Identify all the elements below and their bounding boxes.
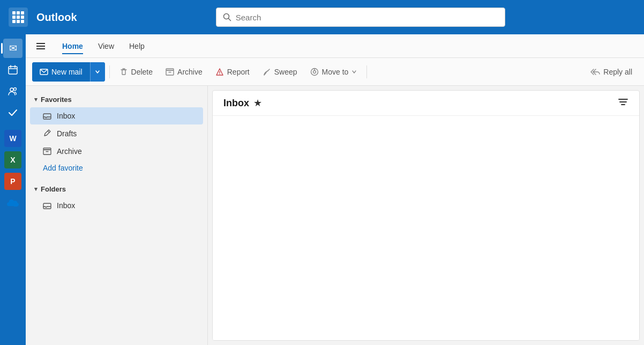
svg-rect-28 bbox=[43, 203, 51, 209]
icon-rail: ✉ W bbox=[0, 34, 26, 345]
main-layout: ✉ W bbox=[0, 34, 644, 345]
svg-point-19 bbox=[219, 74, 220, 75]
report-button[interactable]: Report bbox=[210, 62, 255, 82]
sidebar-inbox-label: Inbox bbox=[57, 112, 75, 120]
toolbar-separator-1 bbox=[109, 65, 110, 78]
svg-line-24 bbox=[48, 131, 49, 133]
favorites-chevron-icon: ▾ bbox=[34, 96, 38, 103]
search-input[interactable] bbox=[236, 13, 498, 22]
sidebar-item-inbox-favorites[interactable]: Inbox bbox=[30, 107, 203, 124]
svg-line-1 bbox=[228, 19, 230, 21]
sidebar-item-word[interactable]: W bbox=[3, 129, 23, 148]
sidebar-item-drafts[interactable]: Drafts bbox=[30, 125, 203, 142]
sidebar-item-powerpoint[interactable]: P bbox=[3, 172, 23, 191]
svg-rect-15 bbox=[166, 70, 174, 75]
sidebar-item-onedrive[interactable] bbox=[3, 193, 23, 212]
toolbar: New mail Delete bbox=[26, 58, 644, 86]
app-launcher-icon bbox=[12, 11, 24, 23]
word-app-icon: W bbox=[4, 130, 21, 147]
folders-label: Folders bbox=[41, 185, 66, 193]
search-icon bbox=[223, 13, 231, 21]
archive-label: Archive bbox=[177, 68, 203, 76]
sidebar-item-excel[interactable]: X bbox=[3, 150, 23, 170]
inbox-title: Inbox bbox=[223, 98, 249, 109]
new-mail-main-button[interactable]: New mail bbox=[32, 62, 90, 82]
svg-point-7 bbox=[14, 88, 17, 91]
svg-rect-2 bbox=[9, 67, 17, 74]
svg-rect-26 bbox=[43, 148, 51, 150]
new-mail-button[interactable]: New mail bbox=[32, 62, 105, 82]
ppt-app-icon: P bbox=[4, 173, 21, 190]
sidebar-item-tasks[interactable] bbox=[3, 103, 23, 122]
move-to-label: Move to bbox=[322, 68, 349, 76]
nav-tab-help[interactable]: Help bbox=[123, 39, 151, 54]
favorites-section-header[interactable]: ▾ Favorites bbox=[30, 92, 203, 107]
folders-section-header[interactable]: ▾ Folders bbox=[30, 182, 203, 196]
sidebar-item-inbox-folders[interactable]: Inbox bbox=[30, 197, 203, 214]
inbox-star-icon[interactable]: ★ bbox=[253, 97, 262, 109]
archive-icon bbox=[166, 68, 174, 76]
sidebar-inbox2-label: Inbox bbox=[57, 201, 75, 210]
reply-all-button[interactable]: Reply all bbox=[585, 62, 638, 82]
sweep-icon bbox=[263, 68, 271, 76]
top-bar: Outlook bbox=[0, 0, 644, 34]
delete-label: Delete bbox=[131, 68, 153, 76]
sidebar-add-favorite[interactable]: Add favorite bbox=[30, 160, 203, 175]
delete-button[interactable]: Delete bbox=[114, 62, 158, 82]
sidebar-item-archive[interactable]: Archive bbox=[30, 143, 203, 160]
nav-bar: Home View Help bbox=[26, 34, 644, 58]
sidebar-item-calendar[interactable] bbox=[3, 60, 23, 79]
main-pane-body bbox=[213, 116, 639, 340]
reply-all-icon bbox=[590, 68, 600, 76]
new-mail-icon bbox=[40, 68, 48, 76]
reply-all-label: Reply all bbox=[603, 68, 632, 76]
svg-rect-23 bbox=[43, 114, 51, 119]
sidebar-archive-label: Archive bbox=[57, 147, 82, 156]
hamburger-menu-button[interactable] bbox=[32, 38, 49, 55]
sweep-button[interactable]: Sweep bbox=[257, 62, 303, 82]
report-icon bbox=[215, 68, 224, 76]
app-title: Outlook bbox=[36, 11, 77, 24]
move-to-chevron-icon bbox=[351, 69, 357, 75]
sidebar: ▾ Favorites Inbox Drafts bbox=[26, 86, 208, 345]
inbox-folders-icon bbox=[43, 201, 51, 210]
sidebar-item-people[interactable] bbox=[3, 82, 23, 101]
svg-point-6 bbox=[10, 88, 13, 91]
inbox-title-area: Inbox ★ bbox=[223, 97, 262, 109]
content-area: Home View Help New mail bbox=[26, 34, 644, 345]
delete-icon bbox=[119, 68, 128, 76]
move-to-icon bbox=[310, 68, 319, 76]
main-pane: Inbox ★ bbox=[212, 90, 640, 341]
nav-tab-home[interactable]: Home bbox=[56, 39, 89, 54]
app-launcher-button[interactable] bbox=[9, 8, 28, 27]
main-pane-header: Inbox ★ bbox=[213, 91, 639, 116]
filter-icon[interactable] bbox=[618, 98, 628, 109]
sweep-label: Sweep bbox=[274, 68, 297, 76]
new-mail-label: New mail bbox=[51, 68, 83, 76]
favorites-label: Favorites bbox=[41, 96, 72, 104]
drafts-icon bbox=[43, 129, 51, 138]
move-to-button[interactable]: Move to bbox=[305, 62, 363, 82]
sidebar-item-mail[interactable]: ✉ bbox=[3, 39, 23, 58]
archive-button[interactable]: Archive bbox=[160, 62, 208, 82]
svg-rect-25 bbox=[43, 150, 51, 155]
inbox-icon bbox=[43, 112, 51, 120]
svg-rect-12 bbox=[122, 70, 125, 75]
nav-tab-view[interactable]: View bbox=[92, 39, 121, 54]
excel-app-icon: X bbox=[4, 151, 21, 168]
toolbar-separator-2 bbox=[366, 65, 367, 78]
folders-chevron-icon: ▾ bbox=[34, 186, 38, 193]
lower-area: ▾ Favorites Inbox Drafts bbox=[26, 86, 644, 345]
chevron-down-icon bbox=[95, 69, 100, 75]
report-label: Report bbox=[227, 68, 250, 76]
svg-rect-16 bbox=[166, 69, 174, 70]
search-bar bbox=[216, 8, 505, 27]
sidebar-drafts-label: Drafts bbox=[57, 129, 77, 138]
archive-sidebar-icon bbox=[43, 147, 51, 156]
new-mail-dropdown-button[interactable] bbox=[90, 62, 105, 82]
svg-point-21 bbox=[313, 70, 316, 73]
